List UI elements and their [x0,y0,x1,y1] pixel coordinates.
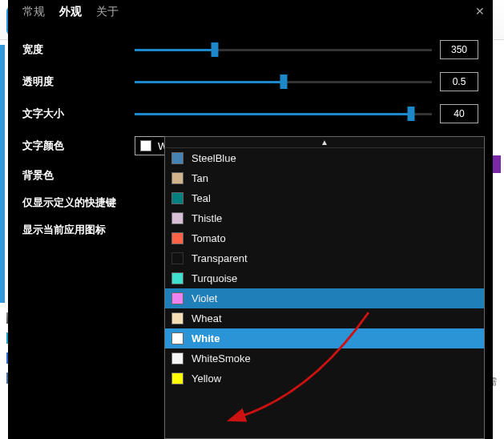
label-textcolor: 文字颜色 [22,139,127,153]
color-option[interactable]: Turquoise [165,268,484,288]
color-option[interactable]: Yellow [165,369,484,389]
slider-knob[interactable] [212,42,219,57]
color-swatch [171,312,183,324]
color-option[interactable]: Transparent [165,248,484,268]
color-option[interactable]: WhiteSmoke [165,348,484,369]
color-swatch [171,192,183,204]
scroll-up-icon[interactable]: ▲ [165,137,484,148]
color-swatch [171,172,183,184]
label-fontsize: 文字大小 [22,107,127,121]
slider-knob[interactable] [408,107,415,121]
color-swatch [171,352,183,364]
slider-fontsize[interactable] [135,106,432,122]
color-swatch [171,152,183,164]
value-fontsize[interactable]: 40 [440,104,478,123]
tab-about[interactable]: 关于 [96,5,119,19]
color-swatch [171,332,183,344]
color-option[interactable]: Tan [165,168,484,188]
label-appicon: 显示当前应用图标 [22,223,106,237]
row-width: 宽度 350 [8,34,493,66]
color-option[interactable]: Violet [165,288,484,308]
slider-fill [135,81,284,83]
color-name: Turquoise [192,272,237,284]
color-swatch [171,252,183,264]
slider-knob[interactable] [280,75,287,89]
tab-appearance[interactable]: 外观 [59,5,82,19]
color-name: SteelBlue [192,152,236,164]
value-opacity[interactable]: 0.5 [440,72,478,91]
tab-general[interactable]: 常规 [22,5,45,19]
label-bgcolor: 背景色 [22,168,127,183]
color-swatch [171,272,183,284]
slider-fill [135,113,411,115]
color-option[interactable]: Tomato [165,228,484,248]
color-option[interactable]: Wheat [165,308,484,328]
row-opacity: 透明度 0.5 [8,66,493,98]
label-opacity: 透明度 [22,75,127,89]
color-swatch [171,212,183,224]
value-width[interactable]: 350 [440,40,478,59]
color-name: Tan [192,172,208,184]
color-option[interactable]: White [165,328,484,348]
color-name: Tomato [192,232,226,244]
row-fontsize: 文字大小 40 [8,98,493,130]
slider-opacity[interactable] [135,74,432,90]
color-option[interactable]: Thistle [165,208,484,228]
label-width: 宽度 [22,42,127,57]
color-name: WhiteSmoke [192,352,251,364]
color-swatch [171,373,183,385]
dialog-tabs: 常规 外观 关于 [8,0,493,19]
color-name: Transparent [192,252,248,264]
label-hotkey: 仅显示定义的快捷键 [22,195,116,210]
selected-swatch [140,140,151,151]
color-name: Wheat [192,312,222,324]
settings-dialog: 常规 外观 关于 ✕ 宽度 350 透明度 0.5 文字大小 40 [8,0,493,439]
color-option[interactable]: SteelBlue [165,148,484,168]
color-name: Yellow [192,373,221,385]
color-swatch [171,232,183,244]
color-dropdown[interactable]: ▲ SteelBlueTanTealThistleTomatoTranspare… [164,136,485,439]
slider-fill [135,49,215,51]
close-icon[interactable]: ✕ [475,5,485,18]
color-swatch [171,292,183,304]
color-name: Violet [192,292,217,304]
color-name: White [192,332,220,344]
slider-width[interactable] [135,42,432,58]
color-name: Teal [192,192,211,204]
color-name: Thistle [192,212,222,224]
color-option[interactable]: Teal [165,188,484,208]
